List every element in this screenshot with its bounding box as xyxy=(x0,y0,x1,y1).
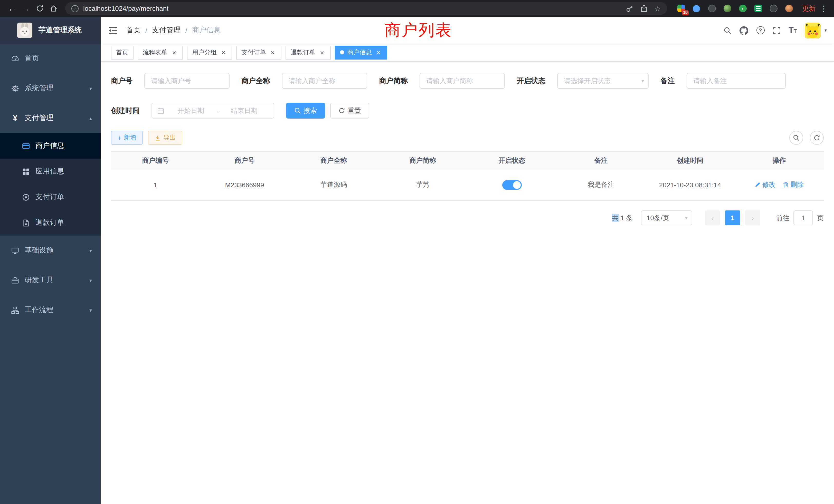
col-full-name: 商户全称 xyxy=(289,156,378,165)
extension-icon-6[interactable] xyxy=(753,4,763,13)
plus-icon: + xyxy=(117,134,121,141)
site-info-icon[interactable]: i xyxy=(71,5,79,12)
table-toolbar: + 新增 导出 xyxy=(111,131,824,145)
sidebar-item-refund-orders[interactable]: 退款订单 xyxy=(0,210,101,235)
remark-input[interactable] xyxy=(687,73,786,89)
font-size-icon[interactable]: TT xyxy=(789,26,797,35)
sidebar-item-label: 工作流程 xyxy=(25,305,53,315)
help-icon[interactable]: ? xyxy=(756,26,764,35)
browser-forward-icon[interactable]: → xyxy=(19,2,33,16)
document-icon xyxy=(22,219,30,227)
logo-rabbit-icon xyxy=(17,23,32,38)
tab-merchant-info[interactable]: 商户信息 × xyxy=(335,45,387,59)
close-icon[interactable]: × xyxy=(269,49,276,56)
breadcrumb-current: 商户信息 xyxy=(192,26,221,35)
extension-icon-8[interactable] xyxy=(784,4,793,13)
sidebar-item-label: 支付管理 xyxy=(25,113,53,123)
screen: ← → i localhost:1024/pay/merchant ☆ 10 xyxy=(0,0,834,504)
extension-icon-7[interactable] xyxy=(769,4,778,13)
sidebar-item-app-info[interactable]: 应用信息 xyxy=(0,159,101,184)
app-logo[interactable]: 芋道管理系统 xyxy=(0,17,101,44)
breadcrumb-home[interactable]: 首页 xyxy=(126,26,141,35)
search-button[interactable]: 搜索 xyxy=(286,102,325,118)
page-1-button[interactable]: 1 xyxy=(725,210,740,225)
annotation-merchant-list: 商户列表 xyxy=(385,20,453,41)
tab-pay-orders[interactable]: 支付订单 × xyxy=(236,45,281,59)
tab-user-group[interactable]: 用户分组 × xyxy=(187,45,232,59)
sidebar-item-label: 首页 xyxy=(25,54,39,63)
extension-icon-2[interactable] xyxy=(692,4,701,13)
edit-link[interactable]: 修改 xyxy=(755,180,776,189)
sidebar-item-pay-orders[interactable]: 支付订单 xyxy=(0,184,101,210)
browser-update-button[interactable]: 更新 xyxy=(802,4,815,13)
prev-page-button[interactable]: ‹ xyxy=(705,210,720,225)
extension-icon-3[interactable] xyxy=(707,4,717,13)
sidebar-item-infrastructure[interactable]: 基础设施 ▾ xyxy=(0,235,101,265)
reset-button[interactable]: 重置 xyxy=(330,102,369,118)
close-icon[interactable]: × xyxy=(220,49,227,56)
active-dot xyxy=(340,50,344,54)
sidebar-item-merchant-info[interactable]: 商户信息 xyxy=(0,133,101,159)
browser-reload-icon[interactable] xyxy=(33,2,47,16)
tab-label: 首页 xyxy=(116,48,128,57)
tab-process-form[interactable]: 流程表单 × xyxy=(138,45,183,59)
gear-icon xyxy=(11,85,20,92)
chevron-down-icon: ▾ xyxy=(89,307,92,313)
chevron-up-icon: ▴ xyxy=(89,115,92,121)
tab-home[interactable]: 首页 xyxy=(111,45,133,59)
sidebar-item-system[interactable]: 系统管理 ▾ xyxy=(0,73,101,103)
next-page-button[interactable]: › xyxy=(745,210,760,225)
full-name-input[interactable] xyxy=(282,73,367,89)
extension-icon-5[interactable]: › xyxy=(738,4,747,13)
page-size-select[interactable]: 10条/页 ▾ xyxy=(641,210,692,225)
browser-menu-icon[interactable]: ⋮ xyxy=(820,4,828,13)
table-header: 商户编号 商户号 商户全称 商户简称 开启状态 备注 创建时间 操作 xyxy=(111,152,824,169)
bookmark-star-icon[interactable]: ☆ xyxy=(655,5,661,12)
chevron-down-icon: ▾ xyxy=(89,248,92,253)
chevron-down-icon: ▾ xyxy=(685,215,688,221)
table-row: 1 M233666999 芋道源码 芋艿 我是备注 2021-10-23 08:… xyxy=(111,169,824,201)
delete-link[interactable]: 删除 xyxy=(783,180,804,189)
extension-badge: 10 xyxy=(682,10,689,15)
browser-home-icon[interactable] xyxy=(47,2,61,16)
add-button[interactable]: + 新增 xyxy=(111,131,143,145)
sidebar-collapse-icon[interactable] xyxy=(108,26,117,34)
header-search-icon[interactable] xyxy=(723,26,731,34)
url-text[interactable]: localhost:1024/pay/merchant xyxy=(83,5,169,12)
github-icon[interactable] xyxy=(739,26,748,35)
close-icon[interactable]: × xyxy=(375,49,382,56)
refresh-button[interactable] xyxy=(810,131,824,145)
share-icon[interactable] xyxy=(641,5,648,12)
date-range-input[interactable]: 开始日期 - 结束日期 xyxy=(152,102,274,118)
date-separator: - xyxy=(215,107,220,114)
export-button[interactable]: 导出 xyxy=(148,131,182,145)
delete-link-label: 删除 xyxy=(791,180,804,189)
toggle-search-button[interactable] xyxy=(789,131,803,145)
short-name-input[interactable] xyxy=(420,73,505,89)
close-icon[interactable]: × xyxy=(171,49,178,56)
tab-label: 用户分组 xyxy=(192,48,217,57)
col-short-name: 商户简称 xyxy=(378,156,467,165)
calendar-icon xyxy=(157,107,164,114)
goto-page-input[interactable] xyxy=(793,210,813,225)
merchant-no-input[interactable] xyxy=(144,73,229,89)
browser-back-icon[interactable]: ← xyxy=(5,2,19,16)
fullscreen-icon[interactable] xyxy=(773,26,780,34)
sidebar-item-dev-tools[interactable]: 研发工具 ▾ xyxy=(0,265,101,295)
status-select[interactable] xyxy=(557,73,649,89)
user-avatar[interactable] xyxy=(805,22,821,38)
close-icon[interactable]: × xyxy=(319,49,326,56)
extension-icon-4[interactable] xyxy=(723,4,732,13)
status-toggle[interactable] xyxy=(502,180,522,190)
sidebar-item-home[interactable]: 首页 xyxy=(0,44,101,73)
sidebar-item-payment[interactable]: ¥ 支付管理 ▴ xyxy=(0,103,101,133)
avatar-dropdown-icon[interactable]: ▾ xyxy=(825,28,827,33)
short-name-label: 商户简称 xyxy=(379,76,420,86)
tab-refund-orders[interactable]: 退款订单 × xyxy=(286,45,331,59)
password-key-icon[interactable] xyxy=(626,5,634,12)
col-actions: 操作 xyxy=(734,156,824,165)
sidebar-item-workflow[interactable]: 工作流程 ▾ xyxy=(0,295,101,325)
extension-icon-1[interactable]: 10 xyxy=(676,4,686,13)
goto-label: 前往 xyxy=(776,213,789,223)
address-bar[interactable]: i localhost:1024/pay/merchant ☆ xyxy=(65,2,667,15)
